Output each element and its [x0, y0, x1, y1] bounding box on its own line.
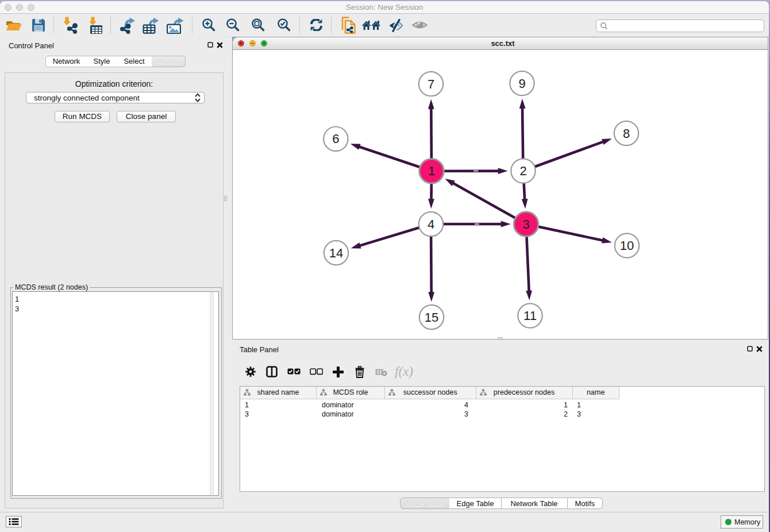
svg-text:8: 8 — [623, 126, 630, 141]
svg-text:4: 4 — [428, 217, 434, 232]
svg-text:3: 3 — [522, 217, 529, 232]
svg-text:11: 11 — [523, 309, 537, 323]
svg-text:2: 2 — [519, 164, 526, 178]
svg-text:1: 1 — [428, 164, 435, 178]
svg-text:7: 7 — [428, 77, 434, 91]
svg-text:14: 14 — [329, 246, 343, 260]
svg-text:6: 6 — [332, 132, 339, 146]
svg-text:9: 9 — [518, 76, 525, 91]
svg-text:10: 10 — [620, 238, 634, 253]
svg-text:15: 15 — [425, 310, 438, 325]
